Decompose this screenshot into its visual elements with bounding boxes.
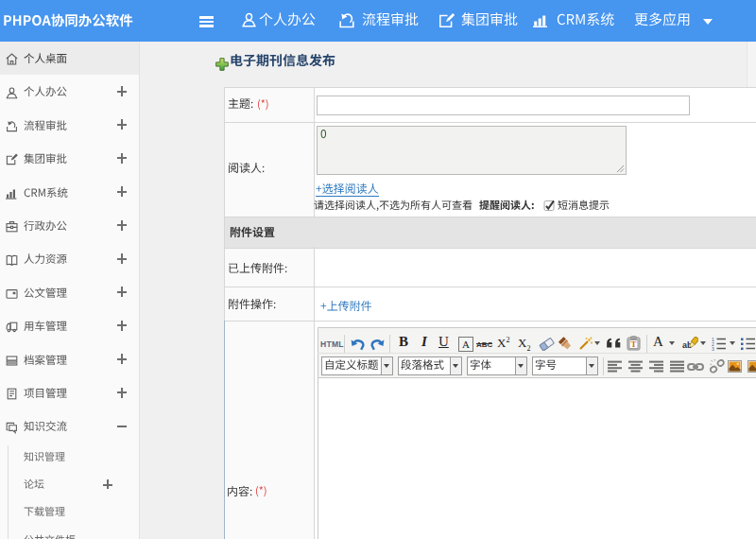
svg-text:A: A [462,339,470,350]
svg-text:3: 3 [712,346,714,351]
svg-text:T: T [630,339,636,349]
svg-text:ABC: ABC [476,340,493,349]
